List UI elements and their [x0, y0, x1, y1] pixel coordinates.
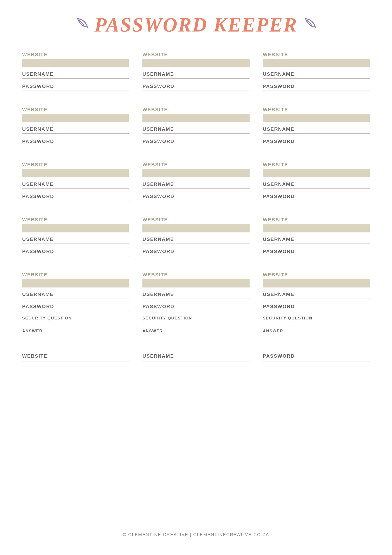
- bottom-username-label: USERNAME: [143, 353, 249, 359]
- username-line-2-2: [143, 133, 249, 134]
- username-label-1-1: USERNAME: [22, 71, 129, 77]
- password-line-2-2: [143, 146, 249, 146]
- answer-label-5-2: ANSWER: [143, 329, 249, 333]
- footer-text: © CLEMENTINE CREATIVE | CLEMENTINECREATI…: [123, 532, 269, 537]
- username-line-4-3: [263, 243, 370, 244]
- security-question-label-5-1: SECURITY QUESTION: [22, 316, 129, 321]
- password-line-5-2: [143, 311, 249, 311]
- password-line-2-1: [22, 146, 129, 146]
- entry-2-2: WEBSITE USERNAME PASSWORD: [143, 107, 249, 151]
- username-line-5-3: [263, 299, 370, 299]
- website-bar-2-1: [22, 114, 129, 122]
- answer-line-5-1: [22, 335, 129, 335]
- username-label-3-2: USERNAME: [143, 181, 249, 187]
- password-line-3-1: [22, 201, 129, 201]
- leaf-right-icon: [302, 15, 318, 34]
- username-label-2-1: USERNAME: [22, 126, 129, 132]
- username-label-4-3: USERNAME: [263, 236, 370, 242]
- username-line-4-1: [22, 243, 129, 244]
- bottom-password-line: [263, 361, 370, 361]
- website-label-1-3: WEBSITE: [263, 52, 370, 58]
- password-label-4-2: PASSWORD: [143, 249, 249, 254]
- username-line-4-2: [143, 243, 249, 244]
- password-line-4-1: [22, 256, 129, 256]
- footer: © CLEMENTINE CREATIVE | CLEMENTINECREATI…: [123, 519, 269, 537]
- password-label-3-3: PASSWORD: [263, 194, 370, 199]
- password-label-1-1: PASSWORD: [22, 83, 129, 89]
- password-line-1-3: [263, 91, 370, 91]
- security-question-label-5-2: SECURITY QUESTION: [143, 316, 249, 321]
- website-bar-5-3: [263, 279, 370, 287]
- password-label-4-3: PASSWORD: [263, 249, 370, 254]
- bottom-password-label: PASSWORD: [263, 353, 370, 359]
- password-label-3-1: PASSWORD: [22, 194, 129, 199]
- username-line-3-2: [143, 189, 249, 189]
- password-line-3-2: [143, 201, 249, 201]
- username-label-2-3: USERNAME: [263, 126, 370, 132]
- website-label-2-1: WEBSITE: [22, 107, 129, 113]
- password-label-3-2: PASSWORD: [143, 194, 249, 199]
- website-label-3-1: WEBSITE: [22, 162, 129, 168]
- entry-2-1: WEBSITE USERNAME PASSWORD: [22, 107, 129, 151]
- website-label-4-2: WEBSITE: [143, 217, 249, 223]
- entry-3-3: WEBSITE USERNAME PASSWORD: [263, 162, 370, 206]
- bottom-username-line: [143, 361, 249, 361]
- bottom-website-line: [22, 361, 129, 361]
- password-label-2-3: PASSWORD: [263, 139, 370, 144]
- password-line-3-3: [263, 201, 370, 201]
- website-bar-4-3: [263, 224, 370, 233]
- entry-5-3: WEBSITE USERNAME PASSWORD SECURITY QUEST…: [263, 272, 370, 340]
- website-label-1-1: WEBSITE: [22, 52, 129, 58]
- security-question-line-5-2: [143, 322, 249, 322]
- entry-4-3: WEBSITE USERNAME PASSWORD: [263, 217, 370, 261]
- bottom-row: WEBSITE USERNAME PASSWORD: [22, 353, 370, 366]
- password-label-5-3: PASSWORD: [263, 304, 370, 309]
- password-line-1-2: [143, 91, 249, 91]
- header: PASSWORD KEEPER: [74, 13, 317, 36]
- entry-4-1: WEBSITE USERNAME PASSWORD: [22, 217, 129, 261]
- username-line-5-2: [143, 299, 249, 299]
- entry-5-2: WEBSITE USERNAME PASSWORD SECURITY QUEST…: [143, 272, 249, 340]
- website-bar-5-2: [143, 279, 249, 287]
- security-question-line-5-1: [22, 322, 129, 322]
- username-label-2-2: USERNAME: [143, 126, 249, 132]
- username-label-1-3: USERNAME: [263, 71, 370, 77]
- entry-5-1: WEBSITE USERNAME PASSWORD SECURITY QUEST…: [22, 272, 129, 340]
- page-title: PASSWORD KEEPER: [94, 13, 298, 36]
- website-bar-1-3: [263, 59, 370, 67]
- password-label-2-1: PASSWORD: [22, 139, 129, 144]
- website-label-5-2: WEBSITE: [143, 272, 249, 278]
- username-label-3-1: USERNAME: [22, 181, 129, 187]
- bottom-website: WEBSITE: [22, 353, 129, 366]
- username-line-1-2: [143, 78, 249, 79]
- website-label-3-3: WEBSITE: [263, 162, 370, 168]
- website-bar-5-1: [22, 279, 129, 287]
- username-label-4-2: USERNAME: [143, 236, 249, 242]
- website-label-4-3: WEBSITE: [263, 217, 370, 223]
- website-label-2-2: WEBSITE: [143, 107, 249, 113]
- website-bar-3-3: [263, 169, 370, 177]
- website-bar-2-2: [143, 114, 249, 122]
- username-line-3-1: [22, 189, 129, 189]
- bottom-website-label: WEBSITE: [22, 353, 129, 359]
- website-label-5-3: WEBSITE: [263, 272, 370, 278]
- password-line-2-3: [263, 146, 370, 146]
- password-label-1-2: PASSWORD: [143, 83, 249, 89]
- password-label-1-3: PASSWORD: [263, 83, 370, 89]
- website-bar-1-2: [143, 59, 249, 67]
- entry-1-3: WEBSITE USERNAME PASSWORD: [263, 52, 370, 96]
- password-label-4-1: PASSWORD: [22, 249, 129, 254]
- username-line-3-3: [263, 189, 370, 189]
- username-line-5-1: [22, 299, 129, 299]
- entry-2-3: WEBSITE USERNAME PASSWORD: [263, 107, 370, 151]
- password-line-5-1: [22, 311, 129, 311]
- website-bar-2-3: [263, 114, 370, 122]
- username-line-2-1: [22, 133, 129, 134]
- website-bar-4-1: [22, 224, 129, 233]
- username-label-1-2: USERNAME: [143, 71, 249, 77]
- website-bar-1-1: [22, 59, 129, 67]
- entry-1-2: WEBSITE USERNAME PASSWORD: [143, 52, 249, 96]
- website-label-1-2: WEBSITE: [143, 52, 249, 58]
- website-label-4-1: WEBSITE: [22, 217, 129, 223]
- password-line-5-3: [263, 311, 370, 311]
